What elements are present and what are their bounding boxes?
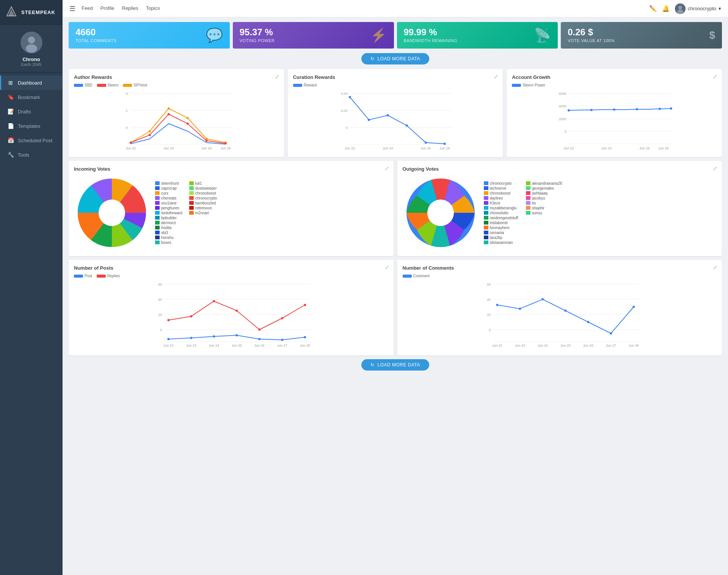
svg-point-60 [636, 108, 638, 110]
comments-chart-legend: Comment [403, 274, 717, 278]
charts-row-3: Number of Posts ⤢ Post Replies 60 40 20 … [69, 260, 722, 355]
stat-label-voting: VOTING POWER [240, 38, 370, 43]
svg-point-85 [281, 317, 283, 319]
sidebar-item-drafts[interactable]: 📝 Drafts [0, 104, 63, 119]
svg-point-62 [670, 107, 672, 110]
svg-text:Jun 23: Jun 23 [186, 344, 196, 347]
comments-line-chart: 60 40 20 0 Jun 22 Jun 23 Jun 2 [403, 280, 717, 349]
incoming-votes-card: Incoming Votes ⤢ [69, 161, 394, 256]
topnav-links: Feed Profile Replies Topics [82, 4, 649, 13]
svg-point-82 [213, 300, 215, 302]
load-more-button-bottom[interactable]: ↻ LOAD MORE DATA [361, 359, 429, 371]
expand-comments-chart[interactable]: ⤢ [713, 264, 717, 270]
edit-icon[interactable]: ✏️ [649, 5, 657, 12]
sidebar-item-label: Tools [18, 152, 29, 158]
svg-text:Jun 26: Jun 26 [254, 344, 265, 347]
bookmark-icon: 🔖 [7, 94, 14, 101]
svg-point-111 [519, 308, 521, 310]
svg-text:20: 20 [487, 313, 491, 317]
svg-text:Jun 28: Jun 28 [659, 146, 669, 150]
svg-point-7 [677, 9, 683, 14]
sidebar-item-scheduled[interactable]: 📅 Scheduled Post [0, 133, 63, 148]
svg-point-21 [130, 141, 132, 144]
sidebar-item-label: Dashboard [18, 80, 42, 86]
svg-point-70 [427, 200, 454, 226]
load-more-top: ↻ LOAD MORE DATA [69, 53, 722, 64]
svg-point-41 [406, 124, 408, 127]
stat-value-bandwidth: 99.99 % [404, 28, 534, 37]
outgoing-votes-content: chronocrypto alexandraioana26 technerve … [403, 175, 717, 251]
curation-rewards-chart: 0.04 0.02 0 Jun 22 Jun 24 Jun 26 Jun 28 [293, 90, 498, 150]
svg-text:Jun 24: Jun 24 [383, 146, 393, 150]
expand-author-rewards[interactable]: ⤢ [275, 74, 279, 80]
topnav-user[interactable]: chronocrypto ▾ [675, 3, 721, 14]
expand-posts-chart[interactable]: ⤢ [384, 264, 389, 270]
svg-point-58 [590, 109, 593, 111]
topnav-topics[interactable]: Topics [146, 4, 160, 13]
svg-point-86 [304, 304, 306, 306]
author-rewards-legend: SBD Steem SP/Vest [74, 83, 279, 87]
sidebar-item-label: Drafts [18, 109, 31, 115]
svg-point-92 [281, 339, 283, 341]
tools-icon: 🔧 [7, 151, 14, 158]
sidebar-item-tools[interactable]: 🔧 Tools [0, 148, 63, 162]
svg-point-39 [368, 119, 370, 121]
load-more-button-top[interactable]: ↻ LOAD MORE DATA [361, 53, 429, 64]
account-growth-title: Account Growth [512, 74, 717, 80]
load-more-bottom: ↻ LOAD MORE DATA [69, 359, 722, 371]
svg-point-91 [258, 338, 260, 340]
menu-icon[interactable]: ☰ [69, 5, 75, 13]
svg-point-87 [167, 338, 169, 340]
expand-curation-rewards[interactable]: ⤢ [494, 74, 498, 80]
svg-text:4: 4 [126, 92, 128, 96]
topnav-replies[interactable]: Replies [122, 4, 138, 13]
svg-text:0: 0 [489, 328, 491, 332]
notification-icon[interactable]: 🔔 [662, 5, 670, 12]
pie-row: Incoming Votes ⤢ [69, 161, 722, 256]
sidebar-username: Chrono [22, 57, 40, 62]
svg-text:Jun 25: Jun 25 [560, 344, 570, 347]
sidebar-logo: STEEMPEAK [0, 0, 63, 25]
svg-point-42 [425, 141, 427, 144]
svg-text:60: 60 [158, 283, 162, 286]
svg-point-90 [235, 334, 238, 336]
sidebar-nav: ⊞ Dashboard 🔖 Bookmark 📝 Drafts 📄 Templa… [0, 72, 63, 575]
svg-point-112 [541, 298, 544, 300]
svg-point-114 [587, 321, 589, 323]
svg-point-61 [659, 108, 661, 110]
topnav-profile[interactable]: Profile [100, 4, 115, 13]
account-growth-legend: Steem Power [512, 83, 717, 87]
stats-bar: 4660 TOTAL COMMENTS 💬 95.37 % VOTING POW… [69, 22, 722, 49]
stat-value-comments: 4660 [75, 28, 206, 37]
svg-text:6000: 6000 [559, 92, 566, 96]
svg-point-83 [235, 309, 238, 312]
svg-text:Jun 22: Jun 22 [163, 344, 174, 347]
topnav: ☰ Feed Profile Replies Topics ✏️ 🔔 chron… [63, 0, 728, 17]
sidebar-item-templates[interactable]: 📄 Templates [0, 119, 63, 133]
main-content: ☰ Feed Profile Replies Topics ✏️ 🔔 chron… [63, 0, 728, 575]
svg-point-84 [258, 328, 260, 331]
svg-text:0: 0 [160, 328, 162, 332]
sidebar-item-label: Templates [18, 123, 40, 129]
svg-text:Jun 28: Jun 28 [628, 344, 639, 347]
svg-point-26 [224, 142, 227, 145]
topnav-avatar [675, 3, 686, 14]
svg-text:0: 0 [565, 130, 566, 134]
svg-text:4000: 4000 [559, 104, 566, 108]
posts-chart-title: Number of Posts [74, 265, 388, 271]
svg-point-93 [304, 336, 306, 338]
svg-point-116 [632, 306, 635, 308]
expand-incoming-votes[interactable]: ⤢ [384, 165, 389, 171]
svg-text:Jun 24: Jun 24 [602, 146, 612, 150]
expand-account-growth[interactable]: ⤢ [713, 74, 717, 80]
sidebar-item-bookmark[interactable]: 🔖 Bookmark [0, 90, 63, 104]
svg-point-6 [678, 6, 682, 9]
posts-chart-card: Number of Posts ⤢ Post Replies 60 40 20 … [69, 260, 394, 355]
refresh-icon-bottom: ↻ [370, 362, 375, 368]
incoming-votes-content: steemhunt luli1 zapncrap dustsweeper cur… [74, 175, 388, 251]
sidebar-item-dashboard[interactable]: ⊞ Dashboard [0, 75, 63, 90]
expand-outgoing-votes[interactable]: ⤢ [713, 165, 717, 171]
topnav-feed[interactable]: Feed [82, 4, 93, 13]
svg-text:Jun 24: Jun 24 [537, 344, 548, 347]
stat-bandwidth: 99.99 % BANDWIDTH REMAINING 📡 [397, 22, 558, 49]
